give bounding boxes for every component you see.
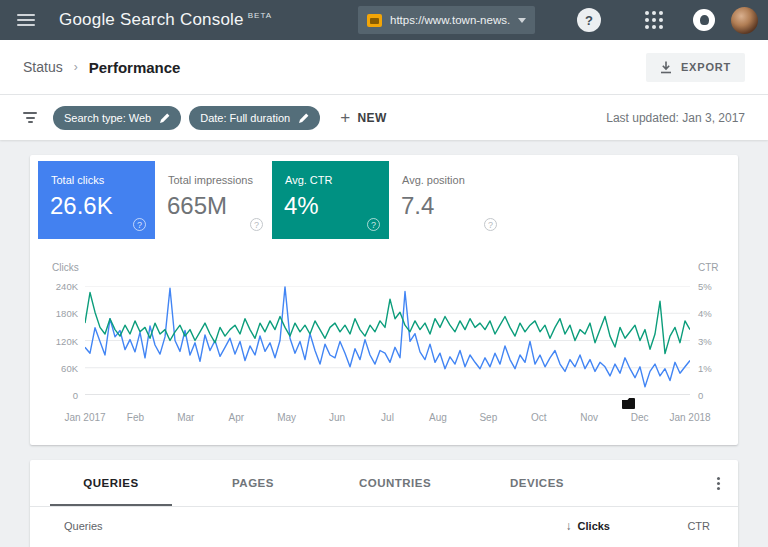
x-tick: Oct — [531, 412, 547, 423]
filter-bar: Search type: Web Date: Full duration + N… — [0, 95, 768, 140]
breadcrumb-bar: Status › Performance EXPORT — [0, 40, 768, 95]
mouse-cursor — [622, 398, 635, 409]
chip-label: Date: Full duration — [200, 112, 290, 124]
metric-label: Avg. CTR — [285, 174, 332, 186]
dimension-tabs: QUERIES PAGES COUNTRIES DEVICES — [30, 460, 738, 507]
x-tick: Jun — [329, 412, 345, 423]
download-icon — [660, 61, 672, 74]
filter-icon[interactable] — [23, 110, 37, 126]
breadcrumb-status[interactable]: Status — [23, 59, 63, 75]
chevron-down-icon — [518, 18, 526, 23]
x-tick: Jan 2017 — [64, 412, 105, 423]
series-clicks — [85, 287, 690, 387]
y-axis-right-title: CTR — [698, 262, 719, 273]
x-tick: Apr — [228, 412, 244, 423]
tab-countries[interactable]: COUNTRIES — [324, 460, 466, 506]
beta-badge: BETA — [248, 11, 272, 20]
metric-tile-avg-ctr[interactable]: Avg. CTR 4% ? — [272, 161, 389, 239]
menu-icon[interactable] — [17, 11, 35, 29]
y-tick-right: 4% — [698, 309, 712, 318]
y-tick-left: 60K — [38, 364, 78, 373]
product-logo: Google Search ConsoleBETA — [59, 10, 272, 30]
metric-tiles: Total clicks 26.6K ? Total impressions 6… — [38, 161, 506, 239]
y-tick-right: 0 — [698, 391, 703, 400]
y-tick-left: 240K — [38, 282, 78, 291]
filter-chip-date[interactable]: Date: Full duration — [189, 106, 320, 130]
y-tick-left: 120K — [38, 337, 78, 346]
y-tick-right: 3% — [698, 337, 712, 346]
y-tick-right: 5% — [698, 282, 712, 291]
metric-value: 665M — [167, 192, 227, 220]
avatar[interactable] — [731, 7, 758, 34]
column-header-clicks[interactable]: ↓ Clicks — [566, 519, 610, 533]
metric-label: Total impressions — [168, 174, 253, 186]
x-tick: May — [277, 412, 296, 423]
edit-icon — [299, 113, 309, 123]
metric-value: 4% — [284, 192, 319, 220]
y-axis-left-title: Clicks — [52, 262, 79, 273]
clicks-header-label: Clicks — [578, 520, 610, 532]
x-tick: Jan 2018 — [669, 412, 710, 423]
metric-tile-total-impressions[interactable]: Total impressions 665M ? — [155, 161, 272, 239]
y-tick-right: 1% — [698, 364, 712, 373]
breadcrumb-separator: › — [74, 60, 78, 74]
sort-desc-icon: ↓ — [566, 519, 572, 533]
x-tick: Mar — [177, 412, 194, 423]
property-url: https://www.town-news.com — [390, 14, 510, 26]
page-title: Performance — [89, 59, 181, 76]
filter-chip-search-type[interactable]: Search type: Web — [53, 106, 181, 130]
export-button[interactable]: EXPORT — [646, 53, 745, 82]
apps-grid-button[interactable] — [645, 11, 664, 30]
series-ctr — [85, 293, 690, 354]
tab-devices[interactable]: DEVICES — [466, 460, 608, 506]
metric-value: 7.4 — [401, 192, 434, 220]
tab-pages[interactable]: PAGES — [182, 460, 324, 506]
chip-label: Search type: Web — [64, 112, 151, 124]
help-circle-icon[interactable]: ? — [367, 218, 380, 231]
edit-icon — [160, 113, 170, 123]
x-tick: Jul — [381, 412, 394, 423]
help-circle-icon[interactable]: ? — [484, 218, 497, 231]
bell-icon — [700, 15, 709, 25]
top-app-bar: Google Search ConsoleBETA https://www.to… — [0, 0, 768, 40]
last-updated-text: Last updated: Jan 3, 2017 — [606, 111, 745, 125]
x-tick: Nov — [580, 412, 598, 423]
metric-tile-avg-position[interactable]: Avg. position 7.4 ? — [389, 161, 506, 239]
metric-label: Total clicks — [51, 174, 104, 186]
metric-value: 26.6K — [50, 192, 113, 220]
y-tick-left: 180K — [38, 309, 78, 318]
column-header-ctr[interactable]: CTR — [610, 520, 738, 532]
x-tick: Feb — [127, 412, 144, 423]
y-tick-left: 0 — [38, 391, 78, 400]
x-tick: Sep — [479, 412, 497, 423]
export-label: EXPORT — [681, 61, 731, 73]
main-content: Total clicks 26.6K ? Total impressions 6… — [0, 140, 768, 547]
x-tick: Aug — [429, 412, 447, 423]
metric-tile-total-clicks[interactable]: Total clicks 26.6K ? — [38, 161, 155, 239]
help-circle-icon[interactable]: ? — [133, 218, 146, 231]
x-tick: Dec — [631, 412, 649, 423]
plus-icon: + — [340, 109, 350, 126]
performance-chart-card: Total clicks 26.6K ? Total impressions 6… — [30, 155, 738, 445]
product-name: Google Search Console — [59, 10, 244, 29]
new-filter-label: NEW — [357, 111, 386, 125]
column-header-queries: Queries — [64, 520, 103, 532]
property-icon — [367, 14, 382, 27]
dimensions-table-card: QUERIES PAGES COUNTRIES DEVICES Queries … — [30, 460, 738, 547]
table-header-row: Queries ↓ Clicks CTR — [30, 507, 738, 545]
property-selector[interactable]: https://www.town-news.com — [358, 6, 535, 34]
more-options-icon[interactable] — [717, 475, 720, 492]
help-button[interactable]: ? — [577, 8, 601, 32]
chart-plot[interactable] — [85, 286, 690, 395]
help-icon: ? — [585, 13, 593, 28]
notifications-button[interactable] — [693, 9, 715, 31]
tab-queries[interactable]: QUERIES — [40, 460, 182, 506]
metric-label: Avg. position — [402, 174, 465, 186]
help-circle-icon[interactable]: ? — [250, 218, 263, 231]
new-filter-button[interactable]: + NEW — [340, 109, 387, 126]
